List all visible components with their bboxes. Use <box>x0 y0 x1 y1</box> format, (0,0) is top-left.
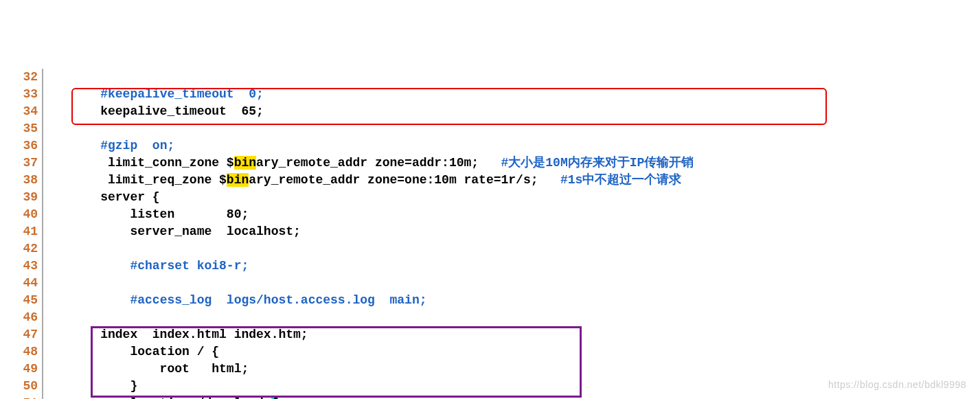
line-number: 48 <box>0 343 43 361</box>
code-text: limit_conn_zone $ <box>71 156 234 170</box>
comment-text: #keepalive_timeout 0; <box>100 87 264 101</box>
code-text: location / { <box>71 345 219 358</box>
code-content: limit_req_zone $binary_remote_addr zone=… <box>43 172 980 189</box>
line-number: 33 <box>0 86 43 103</box>
code-line: 36 #gzip on; <box>0 137 980 155</box>
line-number: 49 <box>0 361 43 378</box>
code-line: 51 location /download { <box>0 395 980 399</box>
code-content: server { <box>43 189 980 206</box>
code-text: root html; <box>71 362 249 376</box>
code-text: server_name localhost; <box>71 225 301 238</box>
code-line: 34 keepalive_timeout 65; <box>0 103 980 120</box>
line-number: 40 <box>0 206 43 223</box>
code-editor: 32 33 #keepalive_timeout 0;34 keepalive_… <box>0 69 980 399</box>
brace-open-icon: { <box>271 396 279 399</box>
line-number: 43 <box>0 258 43 275</box>
code-line: 35 <box>0 120 980 137</box>
code-line: 45 #access_log logs/host.access.log main… <box>0 292 980 309</box>
code-line: 48 location / { <box>0 343 980 361</box>
code-content: #gzip on; <box>43 137 980 155</box>
code-text: server { <box>71 190 160 204</box>
code-text: } <box>71 379 137 393</box>
code-content <box>43 309 980 326</box>
code-content <box>43 240 980 258</box>
search-highlight: bin <box>234 156 256 170</box>
code-line: 40 listen 80; <box>0 206 980 223</box>
code-text: keepalive_timeout 65; <box>71 104 264 118</box>
code-content <box>43 69 980 86</box>
line-number: 46 <box>0 309 43 326</box>
comment-text: #access_log logs/host.access.log main; <box>130 293 426 307</box>
line-number: 41 <box>0 223 43 240</box>
comment-text: #1s中不超过一个请求 <box>560 173 681 187</box>
code-content: listen 80; <box>43 206 980 223</box>
code-text: index index.html index.htm; <box>71 328 308 341</box>
line-number: 50 <box>0 378 43 395</box>
code-content: #charset koi8-r; <box>43 258 980 275</box>
code-content: location /download { <box>43 395 980 399</box>
line-number: 51 <box>0 395 43 399</box>
code-text: location /download <box>71 396 271 399</box>
code-text: listen 80; <box>71 207 249 221</box>
code-line: 42 <box>0 240 980 258</box>
code-text <box>71 259 130 273</box>
line-number: 44 <box>0 275 43 292</box>
code-content: index index.html index.htm; <box>43 326 980 343</box>
comment-text: #charset koi8-r; <box>130 259 249 273</box>
code-content: keepalive_timeout 65; <box>43 103 980 120</box>
code-line: 47 index index.html index.htm; <box>0 326 980 343</box>
code-text: limit_req_zone $ <box>71 173 227 187</box>
line-number: 45 <box>0 292 43 309</box>
code-line: 46 <box>0 309 980 326</box>
line-number: 35 <box>0 120 43 137</box>
comment-text: #gzip on; <box>100 139 174 152</box>
line-number: 32 <box>0 69 43 86</box>
code-line: 32 <box>0 69 980 86</box>
code-line: 33 #keepalive_timeout 0; <box>0 86 980 103</box>
code-content: limit_conn_zone $binary_remote_addr zone… <box>43 155 980 172</box>
code-text: ary_remote_addr zone=addr:10m; <box>256 156 501 170</box>
line-number: 37 <box>0 155 43 172</box>
code-content: root html; <box>43 361 980 378</box>
code-line: 44 <box>0 275 980 292</box>
code-line: 49 root html; <box>0 361 980 378</box>
line-number: 42 <box>0 240 43 258</box>
line-number: 47 <box>0 326 43 343</box>
comment-text: #大小是10M内存来对于IP传输开销 <box>501 156 694 170</box>
code-content: server_name localhost; <box>43 223 980 240</box>
code-content <box>43 120 980 137</box>
code-text: ary_remote_addr zone=one:10m rate=1r/s; <box>249 173 560 187</box>
line-number: 39 <box>0 189 43 206</box>
line-number: 34 <box>0 103 43 120</box>
code-text <box>71 293 130 307</box>
code-line: 41 server_name localhost; <box>0 223 980 240</box>
code-line: 38 limit_req_zone $binary_remote_addr zo… <box>0 172 980 189</box>
code-content: #keepalive_timeout 0; <box>43 86 980 103</box>
code-line: 37 limit_conn_zone $binary_remote_addr z… <box>0 155 980 172</box>
code-line: 43 #charset koi8-r; <box>0 258 980 275</box>
watermark: https://blog.csdn.net/bdkl9998 <box>828 376 966 394</box>
code-content: #access_log logs/host.access.log main; <box>43 292 980 309</box>
search-highlight: bin <box>227 173 249 187</box>
code-line: 39 server { <box>0 189 980 206</box>
code-content: location / { <box>43 343 980 361</box>
code-content <box>43 275 980 292</box>
code-text <box>71 139 100 152</box>
line-number: 38 <box>0 172 43 189</box>
line-number: 36 <box>0 137 43 155</box>
code-text <box>71 87 100 101</box>
